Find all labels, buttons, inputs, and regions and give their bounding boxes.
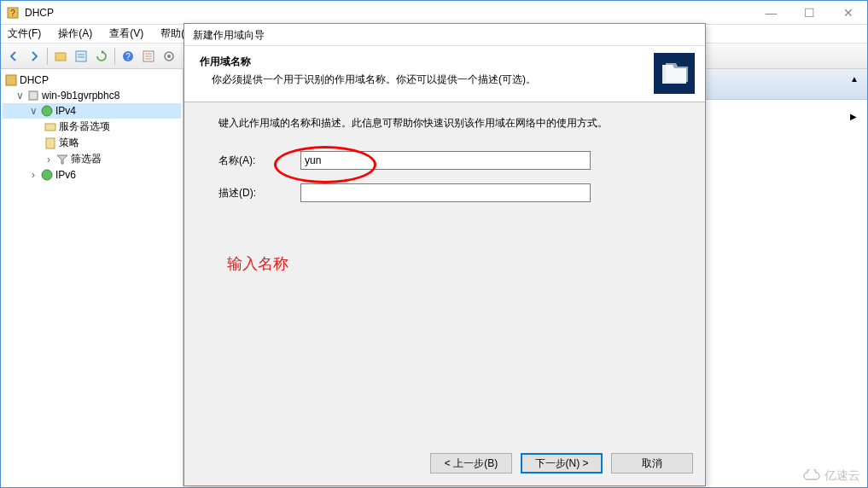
expand-icon[interactable]: › (44, 154, 54, 166)
back-button[interactable]: < 上一步(B) (430, 453, 512, 473)
tree-policies-label: 策略 (59, 136, 79, 150)
svg-rect-15 (29, 91, 38, 100)
list-icon[interactable] (139, 47, 158, 66)
chevron-right-icon[interactable]: ▶ (850, 112, 857, 121)
tree-root-label: DHCP (20, 74, 49, 86)
scope-folder-icon (654, 53, 695, 94)
detail-icon[interactable] (72, 47, 90, 66)
dialog-body: 键入此作用域的名称和描述。此信息可帮助你快速识别该作用域在网络中的使用方式。 名… (184, 102, 705, 288)
svg-rect-3 (76, 51, 86, 61)
name-row: 名称(A): (218, 151, 671, 170)
tree-ipv4[interactable]: ∨ IPv4 (3, 103, 181, 119)
tree-filters[interactable]: › 筛选器 (3, 151, 181, 167)
main-window: ? DHCP — ☐ ✕ 文件(F) 操作(A) 查看(V) 帮助(H) ? (0, 0, 868, 488)
server-icon (26, 89, 40, 102)
desc-input[interactable] (300, 183, 591, 202)
svg-point-16 (42, 106, 52, 116)
refresh-icon[interactable] (92, 47, 111, 66)
dhcp-icon (4, 73, 18, 87)
dialog-title: 新建作用域向导 (184, 24, 705, 46)
svg-rect-18 (46, 138, 55, 148)
annotation-text: 输入名称 (227, 253, 671, 274)
forward-icon[interactable] (25, 47, 44, 66)
next-button[interactable]: 下一步(N) > (521, 453, 603, 473)
svg-rect-2 (55, 53, 66, 61)
close-button[interactable]: ✕ (829, 1, 867, 25)
dialog-footer: < 上一步(B) 下一步(N) > 取消 (430, 453, 693, 473)
tree-server[interactable]: ∨ win-9b1gvrpbhc8 (3, 88, 181, 103)
name-input[interactable] (300, 151, 591, 170)
tree-ipv6-label: IPv6 (55, 169, 76, 181)
svg-text:?: ? (10, 9, 15, 18)
svg-rect-14 (6, 75, 16, 85)
tree-panel: DHCP ∨ win-9b1gvrpbhc8 ∨ IPv4 服务器选项 策略 (1, 69, 184, 487)
svg-rect-17 (45, 124, 55, 131)
svg-text:?: ? (125, 52, 131, 61)
tree-policies[interactable]: 策略 (3, 135, 181, 151)
cloud-icon (802, 469, 821, 483)
dhcp-app-icon: ? (6, 6, 20, 20)
dialog-header: 作用域名称 你必须提供一个用于识别的作用域名称。你还可以提供一个描述(可选)。 (184, 46, 705, 102)
minimize-button[interactable]: — (752, 1, 790, 25)
expand-icon[interactable]: › (28, 169, 38, 181)
tree-ipv6[interactable]: › IPv6 (3, 167, 181, 183)
ipv6-icon (40, 168, 54, 182)
ipv4-icon (40, 104, 54, 118)
window-title: DHCP (25, 7, 54, 19)
header-subtitle: 你必须提供一个用于识别的作用域名称。你还可以提供一个描述(可选)。 (212, 73, 690, 87)
tree-root-dhcp[interactable]: DHCP (3, 73, 181, 88)
menu-file[interactable]: 文件(F) (4, 25, 44, 43)
watermark: 亿速云 (802, 468, 860, 484)
new-scope-wizard-dialog: 新建作用域向导 作用域名称 你必须提供一个用于识别的作用域名称。你还可以提供一个… (184, 23, 706, 486)
tree-ipv4-label: IPv4 (55, 105, 76, 117)
policy-icon (44, 137, 57, 150)
folder-icon[interactable] (51, 47, 70, 66)
back-icon[interactable] (4, 47, 23, 66)
filter-icon (55, 153, 69, 166)
desc-row: 描述(D): (218, 183, 671, 202)
tree-server-label: win-9b1gvrpbhc8 (42, 90, 119, 102)
cancel-button[interactable]: 取消 (611, 453, 693, 473)
maximize-button[interactable]: ☐ (790, 1, 829, 25)
help-icon[interactable]: ? (119, 47, 137, 66)
tree-server-options[interactable]: 服务器选项 (3, 119, 181, 135)
watermark-text: 亿速云 (824, 468, 860, 484)
titlebar: ? DHCP — ☐ ✕ (1, 1, 867, 25)
svg-point-13 (167, 55, 171, 58)
menu-action[interactable]: 操作(A) (55, 25, 96, 43)
collapse-icon[interactable]: ∨ (28, 105, 38, 117)
options-icon (44, 120, 57, 134)
desc-label: 描述(D): (218, 186, 300, 200)
chevron-up-icon[interactable]: ▲ (850, 74, 859, 84)
svg-point-19 (42, 170, 52, 180)
window-controls: — ☐ ✕ (752, 1, 867, 25)
collapse-icon[interactable]: ∨ (15, 90, 25, 102)
menu-view[interactable]: 查看(V) (106, 25, 147, 43)
header-title: 作用域名称 (200, 55, 690, 69)
name-label: 名称(A): (218, 154, 300, 168)
instruction-text: 键入此作用域的名称和描述。此信息可帮助你快速识别该作用域在网络中的使用方式。 (218, 116, 671, 131)
tree-server-options-label: 服务器选项 (59, 119, 110, 134)
settings-icon[interactable] (160, 47, 178, 66)
tree-filters-label: 筛选器 (71, 152, 102, 166)
